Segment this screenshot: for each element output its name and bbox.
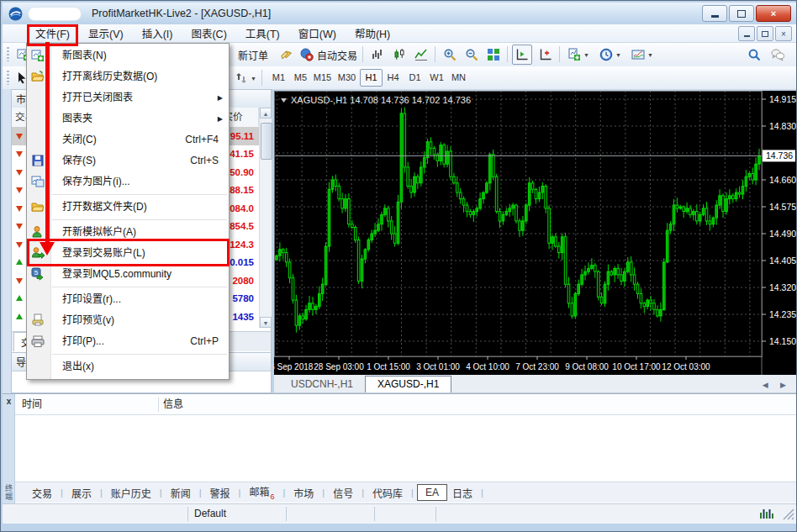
terminal-close-icon[interactable]: x <box>3 397 14 408</box>
new-order-button[interactable]: 新订单 <box>231 45 272 65</box>
file-menu-item-15[interactable]: 退出(x) <box>27 356 229 377</box>
timeframe-w1[interactable]: W1 <box>425 69 448 87</box>
window-minimize-button[interactable] <box>702 5 727 22</box>
news-button[interactable] <box>277 45 297 65</box>
terminal-tab-信号[interactable]: 信号 <box>328 484 358 502</box>
file-menu-item-6[interactable]: 保存(S)Ctrl+S <box>27 150 229 171</box>
bar-chart-button[interactable] <box>367 45 388 65</box>
terminal-tab-邮箱[interactable]: 邮箱6 <box>244 482 279 502</box>
timeframe-m5[interactable]: M5 <box>289 69 312 87</box>
terminal-tab-交易[interactable]: 交易 <box>27 484 57 502</box>
timeframe-d1[interactable]: D1 <box>404 69 426 87</box>
time-axis-label: 12 Oct 03:00 <box>662 362 710 371</box>
file-menu-item-12[interactable]: 打印设置(r)... <box>27 289 229 310</box>
toolbar-separator <box>261 70 262 86</box>
terminal-tab-账户历史[interactable]: 账户历史 <box>106 484 156 502</box>
timeframe-h1[interactable]: H1 <box>360 69 383 87</box>
time-axis-label: 9 Oct 08:00 <box>565 362 609 371</box>
zoom-out-button[interactable] <box>462 45 482 65</box>
menubar-item-7[interactable]: 帮助(H) <box>346 24 399 43</box>
tile-windows-button[interactable] <box>483 45 504 65</box>
scrollbar-thumb[interactable] <box>261 123 272 160</box>
save-picture-icon <box>31 175 45 189</box>
terminal-tab-代码库[interactable]: 代码库 <box>367 484 408 502</box>
file-menu-item-14[interactable]: 打印(P)...Ctrl+P <box>27 331 229 352</box>
file-menu-item-8[interactable]: 打开数据文件夹(D) <box>27 197 229 218</box>
market-watch-scrollbar[interactable]: ▲ ▼ <box>259 108 272 328</box>
column-message[interactable]: 信息 <box>163 396 183 413</box>
menubar-item-5[interactable]: 工具(T) <box>236 24 289 43</box>
scroll-up-icon[interactable]: ▲ <box>260 108 272 119</box>
search-button[interactable] <box>744 45 764 65</box>
file-menu-item-5[interactable]: 关闭(C)Ctrl+F4 <box>27 129 229 150</box>
time-axis-label: 1 Oct 15:00 <box>367 362 410 371</box>
print-preview-icon <box>31 313 45 328</box>
chevron-down-icon: ▼ <box>583 52 589 58</box>
chart-close-button[interactable]: × <box>775 26 792 41</box>
menubar-item-4[interactable]: 图表(C) <box>182 24 235 43</box>
autotrade-button[interactable]: 自动交易 <box>297 45 361 65</box>
window-close-button[interactable]: × <box>756 5 791 22</box>
chart-minimize-button[interactable] <box>738 26 755 41</box>
file-menu-item-1[interactable]: 新图表(N) <box>27 45 229 66</box>
chart-tab-2[interactable]: XAGUSD-,H1 <box>365 376 451 392</box>
terminal-tab-市场[interactable]: 市场 <box>288 484 319 502</box>
terminal-tab-警报[interactable]: 警报 <box>205 484 235 502</box>
file-menu-item-2[interactable]: 打开离线历史数据(O) <box>27 66 229 87</box>
bid-price: 124.3 <box>230 240 254 250</box>
candlestick-chart-button[interactable] <box>389 45 409 65</box>
annotation-box-file-menu <box>27 24 78 46</box>
chart-restore-button[interactable] <box>757 26 773 41</box>
chart-bars-icon <box>371 48 384 61</box>
file-menu-item-4[interactable]: 图表夹▶ <box>27 108 229 129</box>
chart-shift-button[interactable] <box>512 45 532 65</box>
current-price-label: 14.736 <box>766 150 793 161</box>
timeframe-m15[interactable]: M15 <box>311 69 334 87</box>
tab-separator: | <box>481 487 483 498</box>
application-window: ProfitMarketHK-Live2 - [XAGUSD-,H1] × 文件… <box>0 0 797 532</box>
terminal-tab-新闻[interactable]: 新闻 <box>166 484 196 502</box>
terminal-tab-bar: 交易|展示|账户历史|新闻|警报|邮箱6|市场|信号|代码库|EA日志| <box>15 482 796 503</box>
file-menu-item-13[interactable]: 打印预览(v) <box>27 310 229 331</box>
file-menu-item-3[interactable]: 打开已关闭图表▶ <box>27 87 229 108</box>
column-time[interactable]: 时间 <box>22 396 42 413</box>
terminal-tab-label: 警报 <box>210 488 230 500</box>
indicators-button[interactable]: ▼ <box>564 45 593 65</box>
chart-shift-icon <box>515 48 529 61</box>
periods-button[interactable]: ▼ <box>596 45 625 65</box>
price-chart[interactable]: 14.91514.83014.66014.57514.49014.40514.3… <box>274 91 796 375</box>
terminal-tab-展示[interactable]: 展示 <box>66 484 97 502</box>
chart-tab-scroll-arrows[interactable]: ◀ ▶ <box>763 381 791 389</box>
menu-separator <box>52 354 227 355</box>
templates-button[interactable]: ▼ <box>628 45 657 65</box>
chart-tab-1[interactable]: USDCNH-,H1 <box>279 377 365 392</box>
scroll-down-icon[interactable]: ▼ <box>260 317 272 328</box>
tab-separator: | <box>199 487 202 498</box>
terminal-tab-日志[interactable]: 日志 <box>447 484 478 502</box>
periods-icon <box>599 48 613 61</box>
menubar-item-6[interactable]: 窗口(W) <box>289 24 346 43</box>
file-menu-item-7[interactable]: 保存为图片(i)... <box>27 171 229 192</box>
menubar-item-3[interactable]: 插入(I) <box>133 24 182 43</box>
resize-grip[interactable] <box>782 508 794 520</box>
line-chart-button[interactable] <box>411 45 431 65</box>
file-menu-item-11[interactable]: 5登录到MQL5.community <box>27 264 229 285</box>
terminal-tab-EA[interactable]: EA <box>417 484 447 501</box>
window-restore-button[interactable] <box>729 5 754 22</box>
tick-sync-button[interactable]: ▼ <box>231 68 260 88</box>
time-axis-label: 4 Oct 10:00 <box>466 362 509 371</box>
file-menu-item-label: 打印(P)... <box>62 335 104 347</box>
menubar-item-2[interactable]: 显示(V) <box>79 24 133 43</box>
shortcut-label: Ctrl+P <box>190 331 219 352</box>
bid-price: 2080 <box>232 276 254 286</box>
chat-button[interactable] <box>768 45 788 65</box>
timeframe-m30[interactable]: M30 <box>335 69 358 87</box>
timeframe-mn[interactable]: MN <box>447 69 470 87</box>
terminal-column-headers: 时间 信息 <box>15 396 796 415</box>
timeframe-m1[interactable]: M1 <box>267 69 290 87</box>
auto-scroll-button[interactable] <box>536 45 556 65</box>
zoom-in-button[interactable] <box>440 45 460 65</box>
timeframe-h4[interactable]: H4 <box>382 69 404 87</box>
file-menu-item-label: 打开已关闭图表 <box>62 92 133 103</box>
status-profile[interactable]: Default <box>194 508 226 519</box>
